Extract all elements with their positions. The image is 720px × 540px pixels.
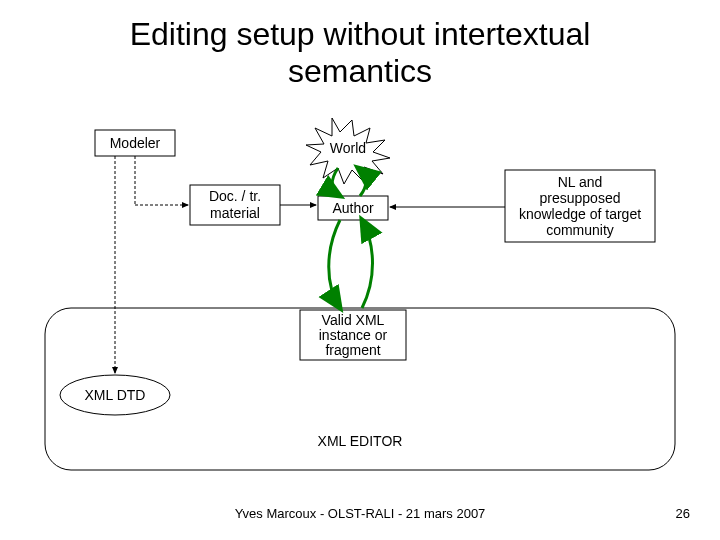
doc-label-1: Doc. / tr. [209,188,261,204]
valid-xml-line-1: Valid XML [322,312,385,328]
modeler-label: Modeler [110,135,161,151]
doc-label-2: material [210,205,260,221]
footer-text: Yves Marcoux - OLST-RALI - 21 mars 2007 [235,506,486,521]
nl-line-1: NL and [558,174,603,190]
xml-editor-label: XML EDITOR [318,433,403,449]
nl-line-2: presupposed [540,190,621,206]
world-label: World [330,140,366,156]
title-line-1: Editing setup without intertextual [130,16,591,52]
title-line-2: semantics [288,53,432,89]
nl-line-3: knowledge of target [519,206,641,222]
author-label: Author [332,200,374,216]
green-arrow-author-to-valid [329,220,340,308]
nl-line-4: community [546,222,614,238]
world-starburst: World [306,118,390,184]
page-number: 26 [676,506,690,521]
valid-xml-line-3: fragment [325,342,380,358]
xml-dtd-label: XML DTD [85,387,146,403]
green-arrow-valid-to-author [362,220,373,308]
valid-xml-line-2: instance or [319,327,388,343]
green-arrow-world-to-author [332,168,340,196]
